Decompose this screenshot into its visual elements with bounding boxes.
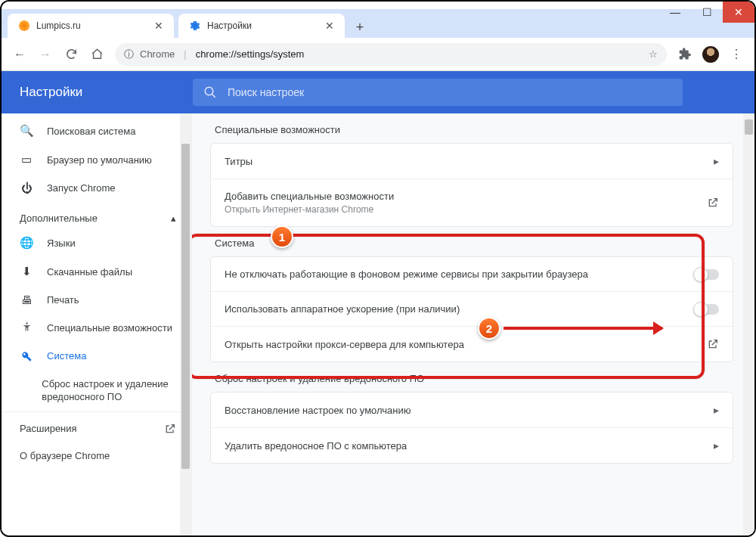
tab-lumpics[interactable]: Lumpics.ru ✕ [8,14,174,38]
new-tab-button[interactable]: + [349,17,370,38]
open-external-icon [164,423,176,435]
print-icon: 🖶 [20,293,33,306]
sidebar-about-link[interactable]: О браузере Chrome [2,445,191,472]
content-scrollbar[interactable] [743,113,754,535]
chevron-up-icon: ▴ [171,213,176,224]
sidebar-item-system[interactable]: Система [2,343,191,370]
extensions-button[interactable] [673,42,697,67]
sidebar-advanced-toggle[interactable]: Дополнительные ▴ [2,202,191,228]
sidebar-extensions-link[interactable]: Расширения [2,411,191,445]
url-text: chrome://settings/system [196,48,305,60]
tab-close-icon[interactable]: ✕ [154,20,163,32]
power-icon: ⏻ [20,182,33,194]
sidebar-item-downloads[interactable]: ⬇Скачанные файлы [2,257,191,286]
tab-settings[interactable]: Настройки ✕ [178,14,345,38]
chevron-right-icon: ▸ [714,155,719,167]
download-icon: ⬇ [20,265,33,278]
nav-forward-button[interactable]: → [33,42,57,67]
sidebar-item-accessibility[interactable]: Специальные возможности [2,314,191,343]
scheme-label: Chrome [140,48,175,60]
globe-icon: 🌐 [20,236,33,250]
toggle-hardware-accel[interactable] [695,304,719,315]
sidebar-item-printing[interactable]: 🖶Печать [2,286,191,314]
sidebar-item-reset[interactable]: Сброс настроек и удаление вредоносного П… [2,370,191,411]
reset-card: Восстановление настроек по умолчанию ▸ У… [210,392,733,464]
chevron-right-icon: ▸ [714,439,719,452]
settings-content: Специальные возможности Титры ▸ Добавить… [192,113,754,535]
lumpics-favicon-icon [18,20,30,32]
sidebar-item-on-startup[interactable]: ⏻Запуск Chrome [2,174,191,202]
bookmark-star-icon[interactable]: ☆ [649,48,658,60]
site-info-icon[interactable]: ⓘ [124,48,134,61]
svg-point-3 [26,322,28,324]
search-icon [203,85,217,99]
settings-search-input[interactable]: Поиск настроек [193,79,683,106]
window-maximize-button[interactable]: ☐ [691,2,723,23]
address-bar[interactable]: ⓘ Chrome | chrome://settings/system ☆ [115,43,667,66]
nav-reload-button[interactable] [59,42,83,67]
open-external-icon [707,197,719,209]
tab-title: Настройки [207,20,319,31]
tab-strip: Lumpics.ru ✕ Настройки ✕ + [2,9,754,38]
row-captions[interactable]: Титры ▸ [211,144,733,178]
nav-home-button[interactable] [85,42,109,67]
browser-icon: ▭ [20,153,33,166]
section-title-system: Система [215,237,733,249]
toggle-background-apps[interactable] [695,269,719,280]
sidebar-scrollbar[interactable] [180,113,191,535]
settings-header: Настройки Поиск настроек [2,71,754,113]
settings-title: Настройки [20,85,175,100]
row-background-apps[interactable]: Не отключать работающие в фоновом режиме… [211,257,733,291]
sidebar-item-default-browser[interactable]: ▭Браузер по умолчанию [2,145,191,174]
a11y-card: Титры ▸ Добавить специальные возможности… [210,143,733,227]
toolbar: ← → ⓘ Chrome | chrome://settings/system … [2,38,754,71]
nav-back-button[interactable]: ← [8,42,32,67]
window-minimize-button[interactable]: — [659,2,691,23]
section-title-reset: Сброс настроек и удаление вредоносного П… [215,373,733,384]
row-proxy-settings[interactable]: Открыть настройки прокси-сервера для ком… [211,326,733,362]
tab-title: Lumpics.ru [36,20,148,31]
search-placeholder: Поиск настроек [228,86,304,98]
svg-point-2 [205,87,213,95]
settings-sidebar: 🔍Поисковая система ▭Браузер по умолчанию… [2,113,192,535]
open-external-icon [707,338,719,350]
row-cleanup[interactable]: Удалить вредоносное ПО с компьютера ▸ [211,427,733,463]
profile-avatar[interactable] [699,42,723,67]
chrome-menu-button[interactable]: ⋮ [724,42,748,67]
window-close-button[interactable]: ✕ [723,2,754,23]
wrench-icon [20,350,33,362]
accessibility-icon [20,321,33,333]
row-add-a11y[interactable]: Добавить специальные возможности Открыть… [211,178,733,226]
sidebar-item-languages[interactable]: 🌐Языки [2,228,191,257]
row-restore-defaults[interactable]: Восстановление настроек по умолчанию ▸ [211,393,733,427]
tab-close-icon[interactable]: ✕ [325,20,334,32]
row-hardware-accel[interactable]: Использовать аппаратное ускорение (при н… [211,291,733,326]
search-icon: 🔍 [20,124,33,138]
system-card: Не отключать работающие в фоновом режиме… [210,256,733,362]
settings-favicon-icon [189,20,201,32]
chevron-right-icon: ▸ [714,404,719,416]
section-title-a11y: Специальные возможности [215,124,733,135]
sidebar-item-search-engine[interactable]: 🔍Поисковая система [2,116,191,145]
